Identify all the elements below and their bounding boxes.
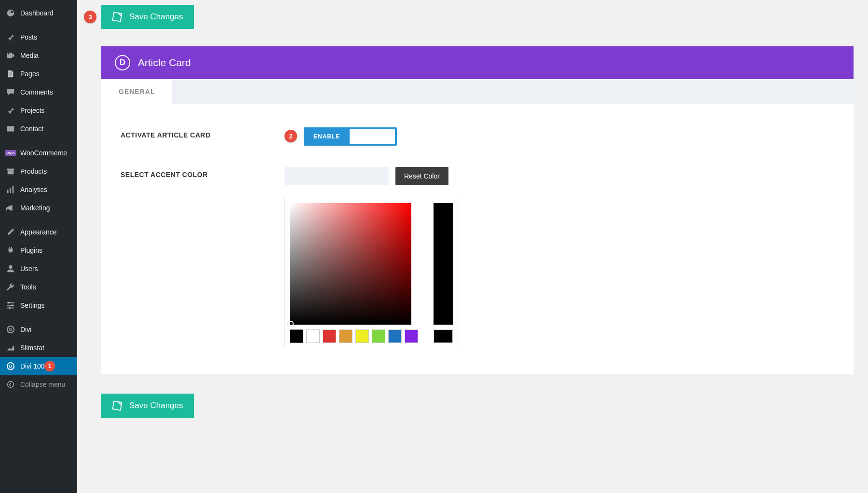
- sidebar-item-comments[interactable]: Comments: [0, 83, 77, 101]
- sidebar-item-label: Posts: [20, 33, 37, 41]
- pin-icon: [6, 32, 15, 42]
- swatch-yellow[interactable]: [355, 329, 369, 343]
- sidebar-item-label: Pages: [20, 70, 40, 78]
- divi-logo-icon: D: [115, 55, 130, 70]
- svg-rect-14: [112, 12, 122, 21]
- sidebar-item-label: Tools: [20, 283, 36, 291]
- svg-point-13: [8, 382, 14, 388]
- sidebar-item-label: Dashboard: [20, 9, 54, 17]
- sidebar-item-label: Media: [20, 52, 39, 59]
- sidebar-item-media[interactable]: Media: [0, 46, 77, 65]
- swatch-red[interactable]: [323, 329, 336, 343]
- sidebar-item-plugins[interactable]: Plugins: [0, 241, 77, 260]
- saturation-value-area[interactable]: [290, 203, 411, 325]
- sidebar-item-label: Settings: [20, 301, 45, 309]
- field-activate: ACTIVATE ARTICLE CARD 2 ENABLE: [121, 127, 834, 146]
- sliders-icon: [6, 301, 15, 310]
- swatch-orange[interactable]: [339, 329, 353, 343]
- sidebar-item-posts[interactable]: Posts: [0, 28, 77, 46]
- collapse-icon: [6, 380, 15, 389]
- panel-body: ACTIVATE ARTICLE CARD 2 ENABLE SELECT AC…: [101, 104, 854, 374]
- sidebar-item-label: Users: [20, 265, 38, 273]
- accent-color-label: SELECT ACCENT COLOR: [121, 167, 285, 178]
- media-icon: [6, 51, 15, 60]
- svg-rect-5: [13, 186, 14, 193]
- sidebar-item-divi[interactable]: D Divi: [0, 320, 77, 339]
- svg-point-11: [12, 304, 14, 306]
- sidebar-item-label: Contact: [20, 125, 43, 133]
- dashboard-icon: [6, 8, 15, 18]
- save-button-label: Save Changes: [129, 401, 183, 411]
- swatch-blue[interactable]: [388, 329, 402, 343]
- save-changes-button-top[interactable]: Save Changes: [101, 5, 194, 29]
- plug-icon: [6, 246, 15, 255]
- sidebar-item-label: Slimstat: [20, 344, 44, 352]
- article-card-panel: D Article Card GENERAL ACTIVATE ARTICLE …: [101, 46, 854, 374]
- sidebar-item-label: Comments: [20, 88, 53, 96]
- sv-handle[interactable]: [288, 321, 294, 327]
- sidebar-item-users[interactable]: Users: [0, 260, 77, 278]
- sidebar-item-tools[interactable]: Tools: [0, 278, 77, 296]
- megaphone-icon: [6, 203, 15, 213]
- sidebar-item-label: Plugins: [20, 246, 42, 254]
- mail-icon: [6, 124, 15, 134]
- save-changes-button-bottom[interactable]: Save Changes: [101, 394, 194, 418]
- sidebar-item-projects[interactable]: Projects: [0, 101, 77, 120]
- main-content: 3 Save Changes D Article Card GENERAL AC…: [77, 0, 868, 493]
- annotation-badge-3: 3: [84, 11, 96, 23]
- save-icon: [112, 12, 122, 22]
- stats-icon: [6, 343, 15, 353]
- archive-icon: [6, 166, 15, 176]
- sidebar-item-dashboard[interactable]: Dashboard: [0, 4, 77, 22]
- brush-icon: [6, 227, 15, 237]
- pin-icon: [6, 106, 15, 115]
- hue-slider[interactable]: [434, 203, 453, 325]
- sidebar-collapse[interactable]: Collapse menu: [0, 375, 77, 394]
- svg-rect-3: [7, 190, 9, 193]
- save-button-label: Save Changes: [129, 12, 183, 22]
- sidebar-item-label: WooCommerce: [20, 149, 67, 157]
- svg-rect-2: [8, 170, 14, 174]
- svg-rect-4: [10, 188, 11, 193]
- sidebar-item-analytics[interactable]: Analytics: [0, 180, 77, 199]
- activate-label: ACTIVATE ARTICLE CARD: [121, 127, 285, 139]
- svg-point-6: [9, 265, 12, 269]
- reset-color-button[interactable]: Reset Color: [395, 167, 448, 185]
- sidebar-item-contact[interactable]: Contact: [0, 120, 77, 138]
- activate-toggle[interactable]: ENABLE: [304, 127, 397, 146]
- sidebar-item-label: Appearance: [20, 228, 57, 236]
- admin-sidebar: Dashboard Posts Media Pages Comments: [0, 0, 77, 493]
- sidebar-item-label: Marketing: [20, 204, 50, 212]
- sidebar-item-settings[interactable]: Settings: [0, 296, 77, 315]
- accent-color-input[interactable]: [285, 167, 389, 185]
- svg-point-10: [8, 302, 10, 304]
- annotation-badge-1: 1: [44, 361, 55, 371]
- panel-header: D Article Card: [101, 46, 854, 79]
- sidebar-item-woocommerce[interactable]: Woo WooCommerce: [0, 144, 77, 162]
- sidebar-item-slimstat[interactable]: Slimstat: [0, 339, 77, 357]
- panel-title: Article Card: [138, 57, 191, 68]
- swatch-green[interactable]: [372, 329, 385, 343]
- comment-icon: [6, 87, 15, 97]
- svg-rect-15: [112, 401, 122, 410]
- analytics-icon: [6, 185, 15, 194]
- sidebar-item-pages[interactable]: Pages: [0, 65, 77, 83]
- annotation-badge-2: 2: [285, 130, 297, 142]
- swatch-purple[interactable]: [405, 329, 418, 343]
- color-palette: [290, 329, 418, 343]
- sidebar-item-appearance[interactable]: Appearance: [0, 223, 77, 241]
- sidebar-item-products[interactable]: Products: [0, 162, 77, 180]
- tab-general[interactable]: GENERAL: [101, 79, 172, 104]
- sidebar-item-label: Projects: [20, 107, 45, 114]
- divi-icon: D: [6, 361, 15, 371]
- user-icon: [6, 264, 15, 274]
- swatch-black[interactable]: [290, 329, 303, 343]
- sidebar-item-label: Divi: [20, 326, 31, 333]
- sidebar-item-label: Collapse menu: [20, 381, 65, 388]
- sidebar-item-divi-100[interactable]: D Divi 100 1: [0, 357, 77, 375]
- color-picker: [285, 198, 458, 348]
- toggle-knob: [350, 129, 395, 144]
- wrench-icon: [6, 282, 15, 292]
- sidebar-item-marketing[interactable]: Marketing: [0, 199, 77, 217]
- swatch-white[interactable]: [306, 329, 320, 343]
